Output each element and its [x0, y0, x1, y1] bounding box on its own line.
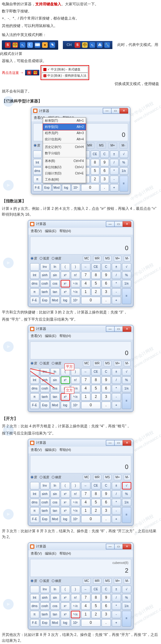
key-+[interactable]: +	[112, 297, 121, 304]
mc[interactable]: MC	[83, 361, 91, 366]
sci-key[interactable]: tanh	[40, 393, 50, 401]
key-9[interactable]: 9	[102, 490, 111, 498]
key-←[interactable]: ←	[81, 482, 90, 489]
menu-scientific[interactable]: 科学型(S)Alt+2	[43, 124, 86, 130]
key-CE[interactable]: CE	[91, 368, 101, 376]
key-9[interactable]: 9	[102, 272, 111, 279]
key-1/x[interactable]: 1/x	[122, 385, 131, 392]
key-2[interactable]: 2	[91, 611, 101, 618]
key-←[interactable]: ←	[81, 263, 90, 271]
key-%[interactable]: %	[122, 490, 131, 498]
mp[interactable]: M+	[114, 361, 121, 366]
key--[interactable]: -	[112, 288, 121, 296]
ime-softkb-icon[interactable]: ⌨	[35, 42, 40, 48]
sci-key[interactable]: F-E	[30, 516, 39, 523]
key-±[interactable]: ±	[112, 586, 121, 593]
mr[interactable]: MR	[93, 578, 101, 584]
sci-key[interactable]: π	[30, 507, 39, 515]
menu-view[interactable]: 查看(V)	[31, 333, 42, 339]
ime-tool-icon[interactable]: 🔧	[104, 42, 110, 48]
key-0[interactable]: 0	[81, 402, 101, 409]
sci-key[interactable]: ³√x	[71, 393, 80, 401]
ms[interactable]: MS	[104, 475, 111, 480]
key-5[interactable]: 5	[91, 602, 101, 610]
key-√[interactable]: √	[120, 151, 128, 158]
key-*[interactable]: *	[112, 499, 121, 506]
key-=[interactable]: =	[120, 176, 128, 191]
sci-key[interactable]: Exp	[43, 184, 51, 191]
radio-deg[interactable]: 度	[31, 579, 37, 583]
key-/[interactable]: /	[112, 594, 121, 601]
key-CE[interactable]: CE	[91, 151, 99, 158]
key-6[interactable]: 6	[102, 280, 111, 287]
radio-deg[interactable]: 度	[31, 475, 37, 480]
key-3[interactable]: 3	[102, 507, 111, 515]
menu-edit[interactable]: 编辑(E)	[45, 228, 56, 234]
ime-punct-icon[interactable]: •,	[20, 42, 25, 48]
sci-key[interactable]: Mod	[52, 184, 61, 191]
sci-key[interactable]: π	[30, 288, 39, 296]
sci-key[interactable]: cosh	[40, 602, 50, 610]
key-2[interactable]: 2	[91, 507, 101, 515]
mm[interactable]: M-	[124, 475, 131, 480]
sci-key[interactable]: x³	[61, 507, 70, 515]
key-1/x[interactable]: 1/x	[122, 499, 131, 506]
minimize-button[interactable]: —	[106, 326, 115, 332]
menu-help[interactable]: 帮助(H)	[59, 228, 71, 234]
key-9[interactable]: 9	[100, 159, 109, 166]
key-5[interactable]: 5	[91, 385, 101, 392]
sci-key[interactable]: sin	[50, 376, 60, 384]
key-/[interactable]: /	[110, 159, 119, 166]
sci-key[interactable]: cos	[50, 602, 60, 610]
sci-key[interactable]: tanh	[40, 288, 50, 296]
sci-key[interactable]: dms	[30, 280, 39, 287]
radio-rad[interactable]: 弧度	[40, 361, 49, 366]
sci-key[interactable]: x²	[61, 490, 70, 498]
close-button[interactable]: ✕	[120, 108, 128, 114]
ms[interactable]: MS	[104, 256, 111, 261]
ime-option-sogou[interactable]: 中文(简体) - 搜狗拼音输入法	[42, 73, 88, 79]
menu-unit[interactable]: 单位转换(U)Ctrl+U	[43, 164, 86, 170]
key-1[interactable]: 1	[81, 507, 90, 515]
radio-grad[interactable]: 梯度	[52, 256, 61, 261]
key-5[interactable]: 5	[91, 499, 101, 506]
key-*[interactable]: *	[112, 602, 121, 610]
key-CE[interactable]: CE	[91, 586, 101, 593]
radio-grad[interactable]: 梯度	[52, 475, 61, 480]
key-*[interactable]: *	[112, 280, 121, 287]
key-8[interactable]: 8	[91, 490, 101, 498]
key--[interactable]: -	[112, 393, 121, 401]
sci-key[interactable]: tanh	[40, 507, 50, 515]
menu-history[interactable]: 历史记录(Y)Ctrl+H	[43, 144, 86, 150]
key-4[interactable]: 4	[81, 385, 90, 392]
sci-key[interactable]: π	[30, 611, 39, 618]
mc[interactable]: MC	[83, 256, 91, 261]
sci-key[interactable]: F-E	[33, 184, 42, 191]
key-6[interactable]: 6	[102, 385, 111, 392]
key-2[interactable]: 2	[91, 288, 101, 296]
sci-key[interactable]: ln	[50, 368, 60, 376]
key-5[interactable]: 5	[91, 280, 101, 287]
menu-edit[interactable]: 编辑(E)	[45, 447, 56, 453]
sci-key[interactable]	[30, 586, 39, 593]
sci-key[interactable]: log	[61, 619, 70, 627]
sci-key[interactable]: 10ˣ	[71, 516, 80, 523]
key-6[interactable]: 6	[102, 602, 111, 610]
mp[interactable]: M+	[114, 256, 121, 261]
ms[interactable]: MS	[104, 578, 111, 584]
key-0[interactable]: 0	[81, 516, 101, 523]
key-√[interactable]: √	[122, 263, 131, 271]
sci-key[interactable]: Inv	[40, 482, 50, 489]
mr[interactable]: MR	[93, 256, 101, 261]
menu-programmer[interactable]: 程序员(P)Alt+3	[43, 130, 86, 136]
maximize-button[interactable]: ▭	[111, 108, 120, 114]
sci-key[interactable]: ³√x	[71, 288, 80, 296]
key-3[interactable]: 3	[102, 611, 111, 618]
key-C[interactable]: C	[102, 368, 111, 376]
sci-key[interactable]: ʸ√x	[71, 280, 80, 287]
menu-grouping[interactable]: 数字分组(I)	[43, 150, 86, 156]
sci-key[interactable]: x²	[61, 594, 70, 601]
sci-key[interactable]: Int	[30, 272, 39, 279]
sci-key[interactable]: cos	[50, 499, 60, 506]
key-±[interactable]: ±	[112, 368, 121, 376]
